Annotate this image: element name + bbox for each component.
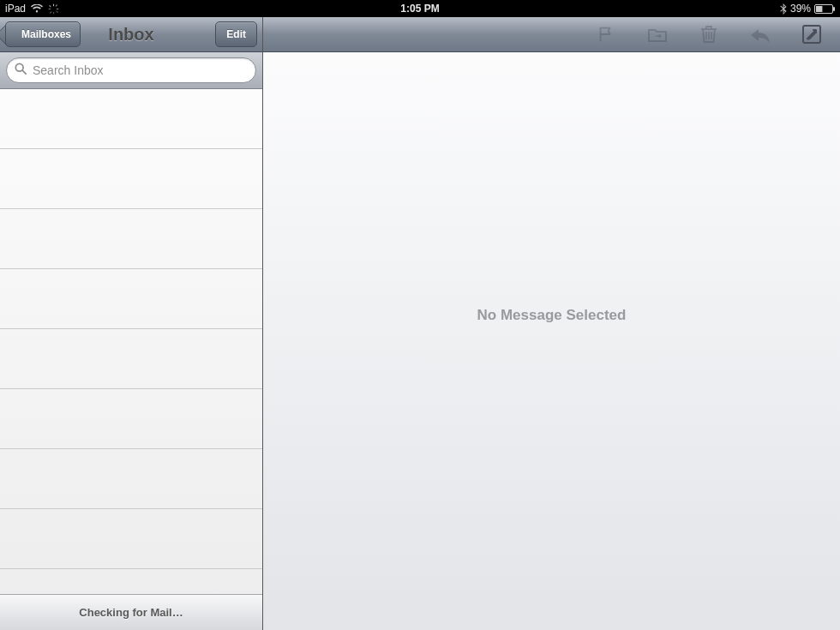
sidebar-title: Inbox: [108, 25, 153, 45]
svg-rect-0: [53, 3, 54, 6]
list-item: [0, 89, 262, 149]
status-time: 1:05 PM: [400, 3, 439, 15]
status-right: 39%: [780, 3, 835, 15]
trash-icon[interactable]: [698, 23, 720, 45]
wifi-icon: [31, 4, 43, 13]
message-body: No Message Selected: [263, 52, 840, 630]
sidebar-status-bar: Checking for Mail…: [0, 594, 262, 630]
no-message-label: No Message Selected: [477, 307, 627, 324]
list-item: [0, 509, 262, 569]
list-item: [0, 269, 262, 329]
svg-rect-3: [57, 8, 59, 9]
svg-rect-5: [56, 10, 58, 13]
sidebar-toolbar: Mailboxes Inbox Edit: [0, 17, 262, 52]
sidebar: Mailboxes Inbox Edit: [0, 17, 263, 630]
search-icon: [15, 63, 27, 78]
svg-line-12: [22, 70, 26, 74]
svg-rect-9: [816, 6, 822, 12]
message-list[interactable]: [0, 89, 262, 594]
status-bar: iPad 1:05 PM 39%: [0, 0, 840, 17]
svg-rect-7: [50, 11, 52, 14]
svg-rect-1: [53, 11, 54, 14]
svg-rect-4: [49, 4, 51, 7]
battery-percent: 39%: [790, 3, 811, 15]
reply-icon[interactable]: [749, 23, 771, 45]
list-item: [0, 209, 262, 269]
device-label: iPad: [5, 3, 26, 15]
search-input[interactable]: [6, 57, 256, 83]
list-item: [0, 449, 262, 509]
mail-app: Mailboxes Inbox Edit: [0, 17, 840, 630]
svg-rect-6: [55, 4, 57, 7]
list-item: [0, 329, 262, 389]
mailboxes-back-button[interactable]: Mailboxes: [5, 21, 81, 47]
status-left: iPad: [5, 3, 59, 15]
battery-icon: [814, 4, 835, 14]
sidebar-status-text: Checking for Mail…: [79, 606, 183, 619]
move-folder-icon[interactable]: [646, 23, 669, 45]
edit-button-label: Edit: [226, 28, 246, 40]
loading-spinner-icon: [48, 3, 59, 15]
search-bar: [0, 52, 262, 89]
back-button-label: Mailboxes: [21, 28, 71, 40]
flag-icon[interactable]: [595, 23, 617, 45]
svg-rect-10: [833, 7, 835, 11]
list-item: [0, 149, 262, 209]
list-item: [0, 389, 262, 449]
edit-button[interactable]: Edit: [215, 21, 257, 47]
main-toolbar: [263, 17, 840, 52]
bluetooth-icon: [780, 3, 787, 15]
compose-icon[interactable]: [801, 23, 823, 45]
svg-rect-2: [49, 8, 51, 9]
main-pane: No Message Selected: [263, 17, 840, 630]
